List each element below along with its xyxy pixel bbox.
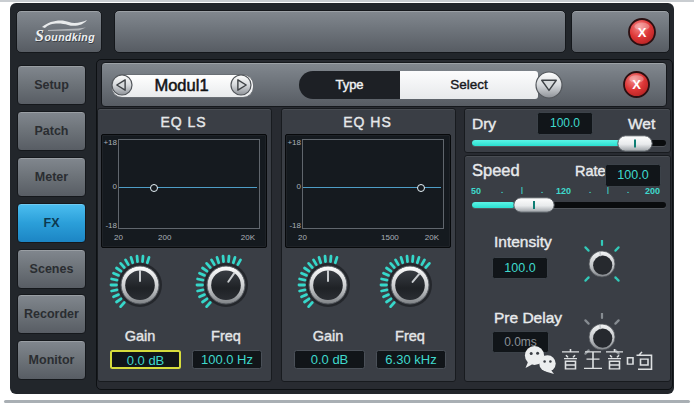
svg-text:S: S	[35, 27, 44, 44]
svg-text:X: X	[632, 77, 641, 92]
svg-text:oundking: oundking	[45, 31, 96, 43]
svg-text:X: X	[638, 24, 647, 39]
